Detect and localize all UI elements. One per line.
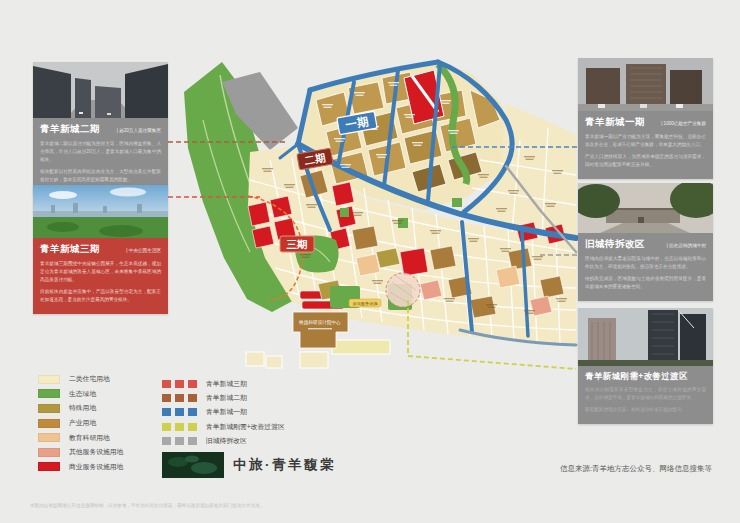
legend-label: 产业用地: [69, 418, 96, 428]
photo-phase3-park: [33, 185, 168, 238]
legend-item: 商业服务设施用地: [38, 460, 123, 475]
callout-phase3: 青羊新城三期| 中央公园生活区 青羊新城三期围绕中央绿轴公园展开，生态本底优越，…: [33, 185, 168, 314]
legend-land-use: 二类住宅用地 生态绿地 特殊用地 产业用地 教育科研用地 其他服务设施用地 商业…: [38, 372, 123, 474]
legend-item: 旧城待拆改区: [162, 434, 285, 448]
body-paragraph: 产业人口的持续导入，为区域带来稳定的居住与消费需求，同时推动周边配套不断完善升级…: [585, 153, 706, 169]
body-paragraph: 板块配套以社区底商和街边商业为主，大型商业及公共配套相对欠缺，整体呈现高密度刚需…: [40, 168, 161, 184]
legend-dash-swatch: [162, 423, 198, 431]
legend-item: 青羊新城二期: [162, 391, 285, 405]
body-paragraph: 板块内以刚需及改善型楼盘为主，承接主城外溢的置业需求，房价梯度平缓，是青羊新城向…: [585, 386, 706, 402]
legend-label: 二类住宅用地: [69, 374, 110, 384]
legend-swatch: [38, 419, 60, 428]
legend-item: 产业用地: [38, 416, 123, 431]
poster-canvas: 铁路科研设计院中心: [0, 0, 740, 523]
tourism-tag: 旅游服务设施: [349, 299, 381, 307]
legend-item: 青羊新城三期: [162, 377, 285, 391]
legend-label: 旧城待拆改区: [206, 436, 247, 446]
callout-subtitle: | 1000亿航空产业集群: [661, 121, 706, 126]
legend-item: 青羊新城一期: [162, 405, 285, 419]
body-paragraph: 青羊新城二期以居住功能为绝对主导，区域内楼盘密集、入住率高，常住人口超过20万人…: [40, 140, 161, 164]
callout-phase2: 青羊新城二期| 超20万人居住聚集区 青羊新城二期以居住功能为绝对主导，区域内楼…: [33, 62, 168, 194]
callout-title: 旧城待拆改区: [585, 238, 645, 251]
source-note: 信息来源:青羊地方志公众号、网络信息搜集等: [560, 464, 712, 474]
legend-label: 商业服务设施用地: [69, 462, 123, 472]
svg-text:旅游服务设施: 旅游服务设施: [352, 301, 378, 306]
photo-oldtown-street: [578, 183, 713, 233]
legend-swatch: [38, 433, 60, 442]
photo-phase1-offices: [578, 58, 713, 111]
legend-dash-swatch: [162, 437, 198, 445]
body-paragraph: 目前板块内新盘供应集中，产品以改善型住宅为主，配套正在加速兑现，是当前关注度最高…: [40, 288, 161, 304]
legend-zones: 青羊新城三期 青羊新城二期 青羊新城一期 青羊新城刚需+改善过渡区 旧城待拆改区: [162, 377, 285, 448]
legend-item: 青羊新城刚需+改善过渡区: [162, 420, 285, 434]
callout-transition: 青羊新城刚需+改善过渡区 板块内以刚需及改善型楼盘为主，承接主城外溢的置业需求，…: [578, 308, 713, 424]
svg-text:三期: 三期: [287, 238, 308, 250]
legend-item: 教育科研用地: [38, 430, 123, 445]
legend-label: 青羊新城三期: [206, 379, 247, 389]
photo-phase2-street: [33, 62, 168, 118]
body-paragraph: 待拆改完成后，区域面貌与土地价值将得到明显提升，是青羊新城未来的重要储备空间。: [585, 275, 706, 291]
body-paragraph: 区域内仍保留大量老旧院落与城中村，业态以低端租赁和小作坊为主，环境相对杂乱，拆迁…: [585, 255, 706, 271]
callout-title: 青羊新城三期: [40, 243, 100, 256]
legend-swatch: [38, 462, 60, 471]
brand-logo-image: [162, 452, 224, 478]
institute-label: 铁路科研设计院中心: [298, 319, 341, 326]
legend-item: 二类住宅用地: [38, 372, 123, 387]
legend-item: 特殊用地: [38, 401, 123, 416]
legend-label: 特殊用地: [69, 403, 96, 413]
legend-swatch: [38, 448, 60, 457]
callout-oldtown: 旧城待拆改区| 仍在运转的城中村 区域内仍保留大量老旧院落与城中村，业态以低端租…: [578, 183, 713, 301]
callout-title: 青羊新城一期: [585, 116, 645, 129]
callout-title: 青羊新城刚需+改善过渡区: [585, 371, 688, 382]
callout-body: 青羊新城三期围绕中央绿轴公园展开，生态本底优越，规划定位为青羊新城的改善人居核心…: [33, 258, 168, 314]
legend-label: 生态绿地: [69, 389, 96, 399]
body-paragraph: 青羊新城一期以产业功能为主导，聚集航空科技、总部办公等众多企业，形成千亿级产业集…: [585, 133, 706, 149]
legend-label: 其他服务设施用地: [69, 447, 123, 457]
callout-phase1: 青羊新城一期| 1000亿航空产业集群 青羊新城一期以产业功能为主导，聚集航空科…: [578, 58, 713, 179]
legend-swatch: [38, 375, 60, 384]
legend-label: 青羊新城刚需+改善过渡区: [206, 422, 285, 432]
callout-body: 青羊新城一期以产业功能为主导，聚集航空科技、总部办公等众多企业，形成千亿级产业集…: [578, 131, 713, 179]
legend-label: 教育科研用地: [69, 433, 110, 443]
fine-print: 本图内容根据网络公开信息整理绘制，仅供参考，不作为任何交付承诺，最终以政府规划及…: [30, 503, 530, 508]
legend-dash-swatch: [162, 394, 198, 402]
body-paragraph: 青羊新城三期围绕中央绿轴公园展开，生态本底优越，规划定位为青羊新城的改善人居核心…: [40, 260, 161, 284]
callout-subtitle: | 仍在运转的城中村: [667, 243, 706, 248]
callout-subtitle: | 中央公园生活区: [126, 248, 161, 253]
phase3-map-label: 三期: [280, 236, 314, 252]
legend-swatch: [38, 389, 60, 398]
body-paragraph: 随着配套的逐步完善，板块居住价值正稳步提升。: [585, 406, 706, 414]
callout-body: 区域内仍保留大量老旧院落与城中村，业态以低端租赁和小作坊为主，环境相对杂乱，拆迁…: [578, 253, 713, 301]
callout-title: 青羊新城二期: [40, 123, 100, 136]
callout-subtitle: | 超20万人居住聚集区: [117, 128, 161, 133]
legend-label: 青羊新城二期: [206, 393, 247, 403]
legend-dash-swatch: [162, 380, 198, 388]
photo-transition-towers: [578, 308, 713, 366]
legend-label: 青羊新城一期: [206, 407, 247, 417]
brand-logo: 中旅·青羊馥棠: [162, 452, 336, 478]
legend-dash-swatch: [162, 408, 198, 416]
legend-swatch: [38, 404, 60, 413]
brand-name: 中旅·青羊馥棠: [233, 456, 336, 474]
legend-item: 其他服务设施用地: [38, 445, 123, 460]
land-use-map: 铁路科研设计院中心: [165, 48, 585, 388]
transition-circle: [386, 273, 420, 307]
callout-body: 板块内以刚需及改善型楼盘为主，承接主城外溢的置业需求，房价梯度平缓，是青羊新城向…: [578, 384, 713, 424]
legend-item: 生态绿地: [38, 387, 123, 402]
